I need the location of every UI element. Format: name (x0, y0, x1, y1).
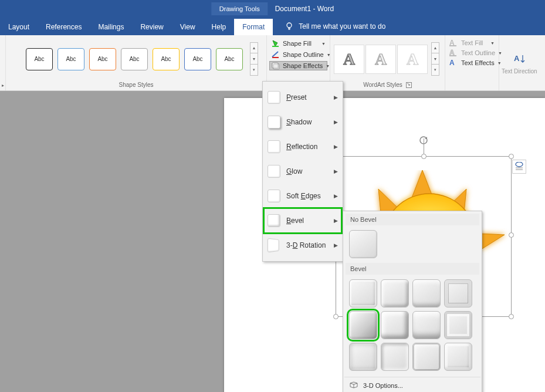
bevel-option[interactable] (412, 311, 441, 339)
bevel-option[interactable] (412, 343, 441, 371)
shape-style-thumb[interactable]: Abc (153, 48, 180, 70)
text-outline-label: Text Outline (461, 49, 495, 56)
submenu-arrow-icon: ▶ (334, 242, 338, 248)
bevel-option[interactable] (349, 279, 377, 307)
effects-3d-rotation-item[interactable]: 3-D Rotation ▶ (264, 233, 341, 258)
tell-me-label: Tell me what you want to do (299, 22, 385, 31)
svg-rect-1 (272, 46, 279, 47)
tab-review[interactable]: Review (132, 19, 171, 35)
bevel-option-selected[interactable] (349, 311, 377, 339)
shape-fill-icon (271, 39, 280, 48)
text-outline-button[interactable]: A Text Outline▼ (448, 49, 496, 57)
shape-style-thumb[interactable]: Abc (216, 48, 243, 70)
svg-rect-6 (449, 45, 456, 46)
reflection-preview-icon (268, 140, 280, 153)
gallery-up[interactable]: ▲ (250, 42, 258, 53)
resize-handle[interactable] (421, 154, 426, 159)
wordart-style-thumb[interactable]: A (397, 45, 428, 74)
wordart-gallery-scroll: ▲ ▼ ▾ (431, 42, 439, 76)
bevel-option[interactable] (349, 343, 377, 371)
effects-glow-item[interactable]: Glow ▶ (264, 159, 341, 184)
text-direction-button[interactable]: A Text Direction (499, 35, 540, 90)
shape-style-thumb[interactable]: Abc (121, 48, 148, 70)
shape-effects-label: Shape Effects (283, 62, 323, 69)
shape-style-thumb[interactable]: Abc (89, 48, 116, 70)
gallery-more[interactable]: ▾ (250, 65, 258, 76)
wordart-styles-group: A A A ▲ ▼ ▾ WordArt Styles (330, 35, 445, 90)
shadow-preview-icon (268, 116, 280, 129)
shape-styles-label: Shape Styles (9, 80, 263, 89)
tab-help[interactable]: Help (204, 19, 235, 35)
bevel-option[interactable] (412, 279, 441, 307)
wordart-style-thumb[interactable]: A (365, 45, 396, 74)
text-effects-label: Text Effects (461, 59, 495, 66)
bevel-option[interactable] (381, 311, 409, 339)
tab-references[interactable]: References (38, 19, 90, 35)
bevel-option[interactable] (444, 343, 472, 371)
tab-format[interactable]: Format (234, 19, 273, 35)
gallery-down[interactable]: ▼ (250, 53, 258, 65)
text-effects-button[interactable]: A Text Effects▼ (448, 59, 496, 67)
document-title: Document1 - Word (275, 5, 334, 13)
shape-effects-button[interactable]: Shape Effects▼ (269, 61, 327, 70)
resize-handle[interactable] (509, 232, 514, 238)
gallery-scroll: ▲ ▼ ▾ (250, 42, 258, 76)
layout-options-button[interactable] (512, 160, 526, 174)
effects-preset-item[interactable]: Preset ▶ (264, 85, 341, 110)
tab-layout[interactable]: Layout (0, 19, 38, 35)
3d-options-item[interactable]: 3-D Options... (344, 377, 480, 392)
tab-mailings[interactable]: Mailings (90, 19, 132, 35)
shape-style-thumb[interactable]: Abc (57, 48, 84, 70)
bevel-option[interactable] (444, 279, 472, 307)
submenu-arrow-icon: ▶ (334, 94, 338, 100)
bevel-submenu: No Bevel Bevel 3-D Options... (343, 211, 482, 392)
shape-outline-label: Shape Outline (283, 51, 324, 58)
rotation-preview-icon (268, 238, 279, 253)
title-bar: Drawing Tools Document1 - Word (0, 0, 545, 18)
gallery-up[interactable]: ▲ (431, 42, 439, 53)
3d-options-label: 3-D Options... (363, 382, 403, 389)
preset-preview-icon (268, 91, 280, 104)
submenu-arrow-icon: ▶ (334, 218, 338, 224)
glow-preview-icon (268, 165, 280, 178)
effects-soft-edges-item[interactable]: Soft Edges ▶ (264, 184, 341, 208)
ribbon-tabs: Layout References Mailings Review View H… (0, 18, 545, 35)
effects-reflection-item[interactable]: Reflection ▶ (264, 134, 341, 159)
svg-text:A: A (514, 54, 520, 63)
submenu-arrow-icon: ▶ (334, 119, 338, 125)
resize-handle[interactable] (509, 154, 514, 159)
text-fill-button[interactable]: A Text Fill▼ (448, 39, 496, 47)
shape-effects-icon (271, 62, 280, 70)
shape-fill-label: Shape Fill (283, 40, 312, 47)
svg-rect-8 (449, 55, 456, 56)
resize-handle[interactable] (509, 314, 514, 319)
svg-rect-2 (272, 57, 279, 58)
prev-group[interactable]: ▸ (0, 35, 6, 90)
text-direction-label: Text Direction (502, 68, 537, 75)
effects-bevel-item[interactable]: Bevel ▶ (264, 208, 341, 233)
bevel-option[interactable] (444, 311, 472, 339)
shape-style-thumb[interactable]: Abc (26, 48, 53, 70)
shape-fill-button[interactable]: Shape Fill▼ (269, 39, 327, 48)
svg-point-0 (287, 23, 292, 28)
submenu-arrow-icon: ▶ (334, 193, 338, 199)
dialog-launcher[interactable] (406, 82, 412, 88)
gallery-down[interactable]: ▼ (431, 53, 439, 65)
bevel-option[interactable] (381, 279, 409, 307)
shape-outline-button[interactable]: Shape Outline▼ (269, 50, 327, 59)
tab-view[interactable]: View (172, 19, 204, 35)
gallery-more[interactable]: ▾ (431, 65, 439, 76)
no-bevel-option[interactable] (349, 230, 377, 258)
layout-options-icon (514, 162, 524, 171)
text-fill-label: Text Fill (461, 39, 483, 46)
svg-rect-4 (273, 64, 279, 69)
shape-effects-menu: Preset ▶ Shadow ▶ Reflection ▶ Glow ▶ So… (262, 81, 343, 262)
tell-me-search[interactable]: Tell me what you want to do (285, 18, 385, 35)
shape-style-thumb[interactable]: Abc (184, 48, 211, 70)
bevel-option[interactable] (381, 343, 409, 371)
bevel-header: Bevel (346, 263, 479, 275)
wordart-style-thumb[interactable]: A (334, 45, 364, 74)
resize-handle[interactable] (333, 314, 338, 319)
no-bevel-header: No Bevel (346, 214, 479, 225)
effects-shadow-item[interactable]: Shadow ▶ (264, 110, 341, 134)
